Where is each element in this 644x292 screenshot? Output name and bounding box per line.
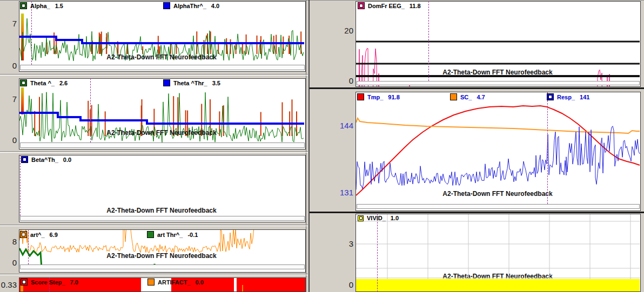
active-indicator-icon bbox=[359, 216, 363, 220]
sweep-cursor[interactable] bbox=[428, 1, 429, 81]
legend-alpha-1[interactable]: AlphaThr^_4.0 bbox=[163, 2, 219, 9]
active-indicator-icon bbox=[548, 95, 552, 99]
legend-beta-0[interactable]: Beta^Th_0.0 bbox=[21, 156, 71, 163]
y-axis-label: 7 bbox=[0, 95, 17, 103]
signal-color-icon bbox=[450, 93, 457, 100]
y-axis-label: 3 bbox=[335, 240, 353, 248]
active-indicator-icon bbox=[22, 4, 25, 8]
legend-value: 141 bbox=[580, 94, 589, 100]
chart-caption: A2-Theta-Down FFT Neurofeedback bbox=[106, 252, 216, 260]
active-indicator-icon bbox=[22, 233, 25, 236]
chart-caption: A2-Theta-Down FFT Neurofeedback bbox=[442, 190, 552, 198]
legend-value: 6.9 bbox=[50, 232, 58, 238]
legend-theta-0[interactable]: Theta ^_2.6 bbox=[20, 79, 68, 86]
legend-value: 1.0 bbox=[391, 215, 399, 221]
y-axis-label: 0 bbox=[0, 136, 17, 144]
y-axis-label: 20 bbox=[335, 26, 353, 35]
legend-label: Score Step_ bbox=[31, 279, 65, 286]
legend-value: 4.0 bbox=[211, 3, 219, 9]
legend-value: 0.0 bbox=[196, 279, 204, 286]
left-pane-right-border bbox=[306, 0, 306, 292]
signal-color-icon bbox=[163, 79, 170, 86]
chart-caption: A2-Theta-Down FFT Neurofeedback bbox=[442, 69, 552, 76]
active-indicator-icon bbox=[22, 280, 26, 284]
legend-tmp-2[interactable]: Resp_141 bbox=[547, 93, 589, 100]
legend-vivid-0[interactable]: VIVID_1.0 bbox=[358, 215, 399, 221]
legend-value: 3.5 bbox=[212, 80, 220, 86]
signal-plot-theta bbox=[19, 79, 305, 149]
legend-value: 1.5 bbox=[55, 3, 63, 9]
y-axis-label: 144 bbox=[335, 121, 353, 130]
legend-score-1[interactable]: ARTIFACT_0.0 bbox=[147, 279, 204, 286]
timeline-strip[interactable] bbox=[20, 264, 305, 269]
sweep-cursor[interactable] bbox=[20, 155, 21, 216]
signal-color-icon bbox=[20, 231, 27, 238]
window-top-border bbox=[0, 0, 644, 1]
signal-color-icon bbox=[357, 93, 364, 100]
signal-color-icon bbox=[21, 279, 28, 286]
signal-color-icon bbox=[358, 215, 364, 221]
active-indicator-icon bbox=[359, 4, 363, 8]
chart-caption: A2-Theta-Down FFT Neurofeedback bbox=[106, 129, 216, 137]
legend-label: Tmp_ bbox=[367, 94, 383, 100]
legend-label: Beta^Th_ bbox=[31, 157, 58, 163]
divider bbox=[0, 274, 308, 275]
legend-label: art^_ bbox=[30, 232, 45, 238]
legend-value: 0.0 bbox=[63, 157, 71, 163]
y-axis-label: 0 bbox=[335, 281, 353, 289]
timeline-strip[interactable] bbox=[20, 216, 305, 221]
timeline-strip[interactable] bbox=[357, 81, 640, 85]
legend-value: 2.6 bbox=[59, 80, 68, 86]
legend-label: art Thr^_ bbox=[157, 232, 183, 238]
signal-color-icon bbox=[547, 93, 554, 100]
legend-value: 11.8 bbox=[410, 3, 421, 9]
divider bbox=[310, 212, 644, 213]
timeline-strip[interactable] bbox=[357, 204, 640, 209]
legend-label: VIVID_ bbox=[367, 215, 386, 221]
signal-color-icon bbox=[20, 2, 27, 9]
legend-tmp-0[interactable]: Tmp_91.8 bbox=[357, 93, 400, 100]
active-indicator-icon bbox=[23, 158, 26, 161]
signal-color-icon bbox=[20, 79, 27, 86]
legend-score-0[interactable]: Score Step_7.0 bbox=[21, 279, 78, 286]
signal-color-icon bbox=[147, 231, 154, 238]
legend-value: 7.0 bbox=[70, 279, 78, 286]
signal-color-icon bbox=[358, 2, 365, 9]
legend-art-0[interactable]: art^_6.9 bbox=[20, 231, 58, 238]
legend-label: DomFr EEG_ bbox=[368, 3, 405, 9]
legend-domfr-0[interactable]: DomFr EEG_11.8 bbox=[358, 2, 421, 9]
divider bbox=[0, 225, 308, 226]
sweep-cursor[interactable] bbox=[90, 78, 91, 142]
legend-label: AlphaThr^_ bbox=[173, 3, 206, 9]
pane-splitter[interactable] bbox=[308, 0, 310, 292]
y-axis-label: 0 bbox=[0, 62, 17, 70]
chart-caption: A2-Theta-Down FFT Neurofeedback bbox=[106, 53, 216, 61]
signal-color-icon bbox=[163, 2, 170, 9]
legend-value: 4.7 bbox=[477, 94, 485, 100]
legend-theta-1[interactable]: Theta ^Thr_3.5 bbox=[163, 79, 220, 86]
legend-label: Theta ^Thr_ bbox=[173, 80, 207, 86]
sweep-cursor[interactable] bbox=[547, 92, 548, 204]
y-axis-label: 131 bbox=[335, 188, 353, 196]
legend-art-1[interactable]: art Thr^_-0.1 bbox=[147, 231, 198, 238]
chart-caption: A2-Theta-Down FFT Neurofeedback bbox=[106, 207, 216, 214]
legend-label: Resp_ bbox=[557, 94, 575, 100]
divider bbox=[310, 87, 644, 89]
legend-tmp-1[interactable]: SC_4.7 bbox=[450, 93, 485, 100]
y-axis-label: 0.33 bbox=[0, 281, 17, 289]
sweep-cursor[interactable] bbox=[377, 214, 378, 292]
timeline-strip[interactable] bbox=[20, 142, 305, 148]
sweep-cursor[interactable] bbox=[31, 1, 32, 65]
signal-color-icon bbox=[147, 279, 155, 286]
legend-label: ARTIFACT_ bbox=[158, 279, 191, 286]
legend-label: Alpha_ bbox=[30, 3, 50, 9]
y-axis-label: 0 bbox=[0, 259, 17, 267]
divider bbox=[0, 151, 308, 153]
legend-alpha-0[interactable]: Alpha_1.5 bbox=[20, 2, 63, 9]
y-axis-label: 7 bbox=[0, 19, 17, 28]
timeline-strip[interactable] bbox=[20, 65, 305, 70]
divider bbox=[0, 74, 308, 76]
legend-label: Theta ^_ bbox=[30, 80, 55, 86]
neurofeedback-screen: 70A2-Theta-Down FFT NeurofeedbackAlpha_1… bbox=[0, 0, 644, 292]
signal-color-icon bbox=[21, 156, 28, 163]
